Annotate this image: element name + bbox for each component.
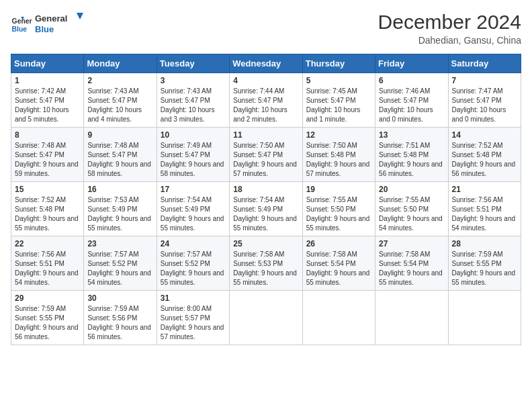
calendar-cell bbox=[302, 291, 375, 345]
calendar-cell: 22Sunrise: 7:56 AMSunset: 5:51 PMDayligh… bbox=[11, 236, 84, 291]
page-header: General Blue General Blue December 2024 … bbox=[11, 11, 521, 46]
day-info: Sunrise: 7:42 AMSunset: 5:47 PMDaylight:… bbox=[15, 87, 80, 124]
weekday-sunday: Sunday bbox=[11, 54, 84, 73]
day-number: 3 bbox=[161, 76, 226, 85]
calendar-cell: 6Sunrise: 7:46 AMSunset: 5:47 PMDaylight… bbox=[375, 73, 448, 128]
day-info: Sunrise: 7:49 AMSunset: 5:47 PMDaylight:… bbox=[161, 141, 226, 179]
day-number: 30 bbox=[87, 293, 152, 303]
day-number: 27 bbox=[379, 239, 444, 248]
day-number: 11 bbox=[233, 130, 298, 140]
day-number: 20 bbox=[379, 185, 444, 194]
calendar-cell: 13Sunrise: 7:51 AMSunset: 5:48 PMDayligh… bbox=[375, 128, 448, 182]
day-info: Sunrise: 7:48 AMSunset: 5:47 PMDaylight:… bbox=[87, 141, 152, 179]
day-number: 28 bbox=[452, 239, 517, 248]
calendar-week-1: 1Sunrise: 7:42 AMSunset: 5:47 PMDaylight… bbox=[11, 73, 521, 128]
calendar-cell: 4Sunrise: 7:44 AMSunset: 5:47 PMDaylight… bbox=[230, 73, 302, 128]
day-info: Sunrise: 7:43 AMSunset: 5:47 PMDaylight:… bbox=[161, 87, 226, 124]
calendar-cell bbox=[448, 291, 521, 345]
calendar-cell: 12Sunrise: 7:50 AMSunset: 5:48 PMDayligh… bbox=[302, 128, 375, 182]
day-info: Sunrise: 7:50 AMSunset: 5:48 PMDaylight:… bbox=[306, 141, 371, 179]
calendar-cell: 5Sunrise: 7:45 AMSunset: 5:47 PMDaylight… bbox=[302, 73, 375, 128]
day-number: 10 bbox=[161, 130, 226, 140]
day-number: 23 bbox=[87, 239, 152, 248]
logo-icon: General Blue bbox=[11, 14, 32, 36]
calendar-cell: 30Sunrise: 7:59 AMSunset: 5:56 PMDayligh… bbox=[84, 291, 157, 345]
calendar-cell: 16Sunrise: 7:53 AMSunset: 5:49 PMDayligh… bbox=[84, 182, 157, 236]
calendar-cell: 23Sunrise: 7:57 AMSunset: 5:52 PMDayligh… bbox=[84, 236, 157, 291]
calendar-cell: 29Sunrise: 7:59 AMSunset: 5:55 PMDayligh… bbox=[11, 291, 84, 345]
svg-text:Blue: Blue bbox=[35, 24, 54, 34]
day-info: Sunrise: 7:56 AMSunset: 5:51 PMDaylight:… bbox=[15, 250, 80, 287]
day-number: 17 bbox=[161, 185, 226, 194]
day-number: 6 bbox=[379, 76, 444, 85]
day-info: Sunrise: 7:48 AMSunset: 5:47 PMDaylight:… bbox=[15, 141, 80, 179]
calendar-cell: 24Sunrise: 7:57 AMSunset: 5:52 PMDayligh… bbox=[157, 236, 229, 291]
day-info: Sunrise: 7:54 AMSunset: 5:49 PMDaylight:… bbox=[161, 195, 226, 233]
day-number: 21 bbox=[452, 185, 517, 194]
calendar-week-4: 22Sunrise: 7:56 AMSunset: 5:51 PMDayligh… bbox=[11, 236, 521, 291]
day-info: Sunrise: 7:59 AMSunset: 5:55 PMDaylight:… bbox=[452, 250, 517, 287]
logo: General Blue General Blue bbox=[11, 11, 89, 39]
day-number: 14 bbox=[452, 130, 517, 140]
calendar-cell: 31Sunrise: 8:00 AMSunset: 5:57 PMDayligh… bbox=[157, 291, 229, 345]
day-info: Sunrise: 7:50 AMSunset: 5:47 PMDaylight:… bbox=[233, 141, 298, 179]
calendar-cell bbox=[375, 291, 448, 345]
day-info: Sunrise: 7:56 AMSunset: 5:51 PMDaylight:… bbox=[452, 195, 517, 233]
svg-text:Blue: Blue bbox=[12, 26, 28, 33]
day-info: Sunrise: 7:57 AMSunset: 5:52 PMDaylight:… bbox=[87, 250, 152, 287]
day-info: Sunrise: 7:47 AMSunset: 5:47 PMDaylight:… bbox=[452, 87, 517, 124]
calendar-cell: 27Sunrise: 7:58 AMSunset: 5:54 PMDayligh… bbox=[375, 236, 448, 291]
day-info: Sunrise: 7:54 AMSunset: 5:49 PMDaylight:… bbox=[233, 195, 298, 233]
logo-svg: General Blue bbox=[35, 11, 89, 36]
day-number: 22 bbox=[15, 239, 80, 248]
day-number: 19 bbox=[306, 185, 371, 194]
weekday-header-row: SundayMondayTuesdayWednesdayThursdayFrid… bbox=[11, 54, 521, 73]
weekday-monday: Monday bbox=[84, 54, 157, 73]
calendar-cell: 7Sunrise: 7:47 AMSunset: 5:47 PMDaylight… bbox=[448, 73, 521, 128]
day-info: Sunrise: 7:57 AMSunset: 5:52 PMDaylight:… bbox=[161, 250, 226, 287]
calendar-cell: 18Sunrise: 7:54 AMSunset: 5:49 PMDayligh… bbox=[230, 182, 302, 236]
day-number: 13 bbox=[379, 130, 444, 140]
calendar-cell: 15Sunrise: 7:52 AMSunset: 5:48 PMDayligh… bbox=[11, 182, 84, 236]
day-info: Sunrise: 7:45 AMSunset: 5:47 PMDaylight:… bbox=[306, 87, 371, 124]
day-info: Sunrise: 7:58 AMSunset: 5:54 PMDaylight:… bbox=[306, 250, 371, 287]
weekday-wednesday: Wednesday bbox=[230, 54, 302, 73]
calendar-cell: 3Sunrise: 7:43 AMSunset: 5:47 PMDaylight… bbox=[157, 73, 229, 128]
day-number: 24 bbox=[161, 239, 226, 248]
calendar-week-2: 8Sunrise: 7:48 AMSunset: 5:47 PMDaylight… bbox=[11, 128, 521, 182]
day-info: Sunrise: 7:52 AMSunset: 5:48 PMDaylight:… bbox=[452, 141, 517, 179]
day-number: 31 bbox=[161, 293, 226, 303]
title-block: December 2024 Dahedian, Gansu, China bbox=[378, 11, 521, 46]
calendar-cell: 25Sunrise: 7:58 AMSunset: 5:53 PMDayligh… bbox=[230, 236, 302, 291]
calendar-cell: 21Sunrise: 7:56 AMSunset: 5:51 PMDayligh… bbox=[448, 182, 521, 236]
svg-marker-4 bbox=[77, 13, 83, 19]
calendar-table: SundayMondayTuesdayWednesdayThursdayFrid… bbox=[11, 54, 521, 345]
day-info: Sunrise: 8:00 AMSunset: 5:57 PMDaylight:… bbox=[161, 304, 226, 342]
calendar-cell: 2Sunrise: 7:43 AMSunset: 5:47 PMDaylight… bbox=[84, 73, 157, 128]
calendar-body: 1Sunrise: 7:42 AMSunset: 5:47 PMDaylight… bbox=[11, 73, 521, 345]
weekday-saturday: Saturday bbox=[448, 54, 521, 73]
day-info: Sunrise: 7:51 AMSunset: 5:48 PMDaylight:… bbox=[379, 141, 444, 179]
day-number: 9 bbox=[87, 130, 152, 140]
day-number: 12 bbox=[306, 130, 371, 140]
day-number: 15 bbox=[15, 185, 80, 194]
day-number: 29 bbox=[15, 293, 80, 303]
calendar-week-5: 29Sunrise: 7:59 AMSunset: 5:55 PMDayligh… bbox=[11, 291, 521, 345]
calendar-cell: 26Sunrise: 7:58 AMSunset: 5:54 PMDayligh… bbox=[302, 236, 375, 291]
calendar-cell: 10Sunrise: 7:49 AMSunset: 5:47 PMDayligh… bbox=[157, 128, 229, 182]
day-number: 5 bbox=[306, 76, 371, 85]
month-title: December 2024 bbox=[378, 11, 521, 34]
day-info: Sunrise: 7:58 AMSunset: 5:54 PMDaylight:… bbox=[379, 250, 444, 287]
day-info: Sunrise: 7:58 AMSunset: 5:53 PMDaylight:… bbox=[233, 250, 298, 287]
calendar-cell: 19Sunrise: 7:55 AMSunset: 5:50 PMDayligh… bbox=[302, 182, 375, 236]
day-info: Sunrise: 7:43 AMSunset: 5:47 PMDaylight:… bbox=[87, 87, 152, 124]
day-info: Sunrise: 7:55 AMSunset: 5:50 PMDaylight:… bbox=[306, 195, 371, 233]
calendar-cell: 1Sunrise: 7:42 AMSunset: 5:47 PMDaylight… bbox=[11, 73, 84, 128]
day-info: Sunrise: 7:59 AMSunset: 5:55 PMDaylight:… bbox=[15, 304, 80, 342]
calendar-cell: 20Sunrise: 7:55 AMSunset: 5:50 PMDayligh… bbox=[375, 182, 448, 236]
calendar-cell bbox=[230, 291, 302, 345]
calendar-cell: 8Sunrise: 7:48 AMSunset: 5:47 PMDaylight… bbox=[11, 128, 84, 182]
day-number: 4 bbox=[233, 76, 298, 85]
calendar-cell: 17Sunrise: 7:54 AMSunset: 5:49 PMDayligh… bbox=[157, 182, 229, 236]
calendar-cell: 11Sunrise: 7:50 AMSunset: 5:47 PMDayligh… bbox=[230, 128, 302, 182]
